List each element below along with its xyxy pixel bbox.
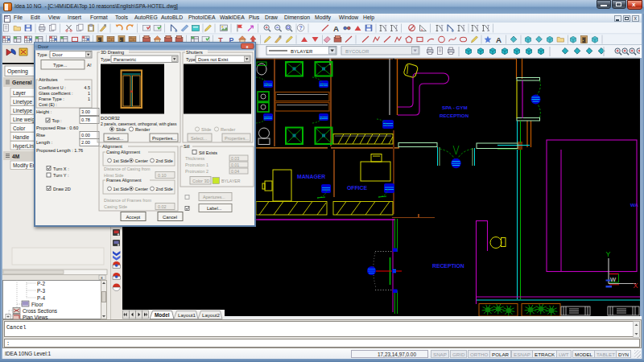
- svg-text:Apertures...: Apertures...: [203, 195, 225, 200]
- svg-text:BYLAYER: BYLAYER: [291, 49, 313, 54]
- svg-text:Shutters: Shutters: [186, 50, 203, 55]
- svg-text:Select...: Select...: [191, 136, 208, 141]
- svg-text:Does not Exist: Does not Exist: [198, 57, 229, 62]
- svg-text:Door: Door: [52, 52, 63, 57]
- svg-text:Render: Render: [135, 127, 150, 132]
- svg-text:Center: Center: [135, 158, 148, 163]
- svg-text:Turn Y :: Turn Y :: [53, 173, 69, 178]
- svg-text:RECEPTION: RECEPTION: [440, 113, 469, 118]
- svg-text:Properties...: Properties...: [225, 136, 250, 141]
- svg-text:1: 1: [88, 91, 90, 96]
- svg-text:0.04: 0.04: [231, 169, 239, 174]
- svg-text:Y: Y: [606, 250, 611, 258]
- svg-text:Sill: Sill: [184, 144, 189, 149]
- svg-text:BYLAYER: BYLAYER: [221, 179, 241, 183]
- svg-text:X: X: [634, 282, 638, 290]
- svg-text:0.78: 0.78: [81, 117, 90, 122]
- svg-text:MANAGER: MANAGER: [297, 174, 325, 179]
- svg-text:Length :: Length :: [36, 140, 53, 145]
- svg-text:Accept: Accept: [126, 215, 141, 220]
- svg-text:Slide: Slide: [116, 127, 126, 132]
- svg-text:Protrusion 1: Protrusion 1: [185, 162, 208, 167]
- svg-text:Type: Type: [101, 57, 110, 62]
- svg-text:Render: Render: [221, 127, 235, 132]
- svg-text:Top :: Top :: [52, 118, 63, 123]
- svg-text:1st Side: 1st Side: [114, 158, 129, 163]
- svg-text:Protrusion 2: Protrusion 2: [185, 169, 208, 174]
- svg-text:Cost (E) :: Cost (E) :: [39, 102, 57, 107]
- svg-text:DOOR32: DOOR32: [101, 116, 120, 121]
- svg-text:Thickness: Thickness: [185, 156, 205, 161]
- svg-text:2.00: 2.00: [81, 140, 90, 145]
- svg-text:SPA - GYM: SPA - GYM: [442, 105, 468, 110]
- svg-text:Slide: Slide: [201, 127, 211, 132]
- svg-text:Label...: Label...: [207, 206, 222, 211]
- svg-text:3.00: 3.00: [81, 109, 90, 114]
- svg-text:Center: Center: [135, 187, 148, 191]
- svg-text:WA: WA: [630, 202, 638, 208]
- svg-text:2nd Side: 2nd Side: [156, 187, 173, 191]
- svg-text:Door: Door: [38, 43, 48, 49]
- svg-text:Layout2: Layout2: [202, 312, 221, 318]
- svg-text:Model: Model: [155, 312, 170, 318]
- svg-text:Type :: Type :: [37, 52, 50, 57]
- svg-text:Parametric: Parametric: [114, 57, 136, 62]
- svg-text:Type...: Type...: [53, 63, 68, 68]
- svg-text:BYCOLOR: BYCOLOR: [345, 49, 369, 54]
- svg-text:0.03: 0.03: [231, 156, 239, 161]
- svg-text:1: 1: [88, 97, 90, 101]
- svg-text:2nd Side: 2nd Side: [156, 158, 173, 163]
- svg-text:4.5: 4.5: [85, 85, 91, 90]
- svg-text:2 panels, casement, orthogonal: 2 panels, casement, orthogonal, with gla…: [101, 121, 177, 126]
- svg-text:Cancel: Cancel: [163, 215, 177, 220]
- svg-text:3D Drawing: 3D Drawing: [101, 50, 124, 55]
- svg-text:Casing Alignment: Casing Alignment: [106, 150, 140, 154]
- svg-text:Frame Type :: Frame Type :: [39, 97, 64, 101]
- svg-text:Properties...: Properties...: [152, 136, 177, 141]
- svg-text:Type: Type: [186, 57, 196, 62]
- svg-text:0.01: 0.01: [231, 162, 239, 167]
- svg-text:Distance of Casing from: Distance of Casing from: [104, 167, 151, 171]
- svg-text:Rise: Rise: [36, 133, 45, 138]
- svg-text:Casing Side: Casing Side: [104, 204, 127, 209]
- svg-text:A!: A!: [87, 63, 92, 68]
- svg-text:RECEPTION: RECEPTION: [432, 263, 464, 269]
- svg-text:Coefficient U :: Coefficient U :: [39, 85, 66, 90]
- svg-text:0.00: 0.00: [81, 133, 90, 138]
- svg-text:Frames Alignment: Frames Alignment: [106, 178, 142, 183]
- svg-text:Proposed Rise : 0.60: Proposed Rise : 0.60: [36, 125, 78, 130]
- svg-text:Draw 2D: Draw 2D: [53, 187, 71, 191]
- svg-text:Sill Exists: Sill Exists: [199, 150, 217, 155]
- svg-text:0.10: 0.10: [158, 173, 167, 178]
- svg-text:Attributes: Attributes: [39, 77, 58, 82]
- svg-text:Color 3D: Color 3D: [192, 179, 209, 183]
- svg-text:Turn X :: Turn X :: [53, 167, 69, 171]
- svg-text:W: W: [610, 276, 617, 283]
- svg-text:Distance of Frames from: Distance of Frames from: [104, 198, 152, 203]
- svg-text:Proposed Length : 1.76: Proposed Length : 1.76: [36, 148, 83, 153]
- svg-text:1st Side: 1st Side: [114, 187, 129, 191]
- svg-text:Layout1: Layout1: [178, 312, 196, 318]
- svg-text:Glass coefficient :: Glass coefficient :: [39, 91, 72, 96]
- svg-text:Select...: Select...: [107, 136, 124, 141]
- svg-text:0.02: 0.02: [158, 204, 167, 209]
- svg-text:OFFICE: OFFICE: [347, 185, 367, 191]
- svg-text:Alignment: Alignment: [102, 144, 122, 149]
- svg-text:Height :: Height :: [36, 109, 52, 114]
